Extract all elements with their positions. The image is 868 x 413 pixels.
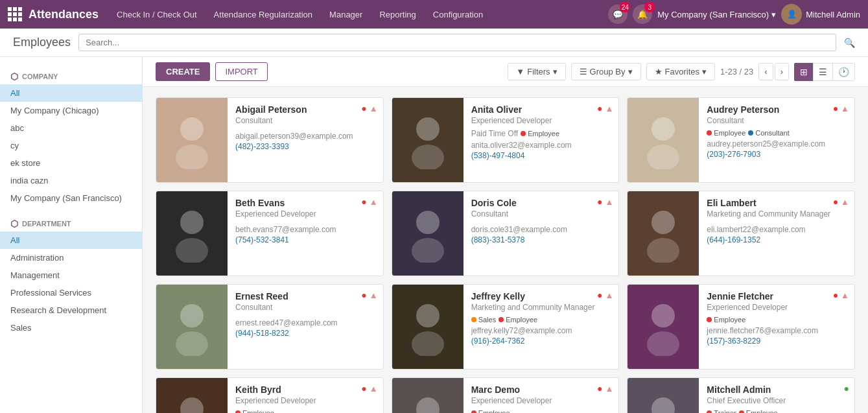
employee-card[interactable]: ● ▲Eli LambertMarketing and Community Ma… [627,191,855,276]
filters-chevron: ▾ [553,67,557,77]
sidebar-item-management[interactable]: Management [0,266,142,284]
company-selector[interactable]: My Company (San Francisco) ▾ [657,10,776,19]
nav-attendance-reg[interactable]: Attendance Regularization [206,3,321,26]
tag-extra: Paid Time Off [471,129,518,138]
create-button[interactable]: CREATE [156,62,210,81]
svg-point-1 [176,145,208,169]
phone-link[interactable]: (754)-532-3841 [235,235,289,244]
card-alerts: ● ▲ [597,290,613,300]
employee-name: Doris Cole [471,198,611,208]
sidebar-item-cy[interactable]: cy [0,137,142,154]
filters-button[interactable]: ▼ Filters ▾ [508,63,565,80]
search-input[interactable] [78,34,836,51]
sidebar-item-administration[interactable]: Administration [0,249,142,266]
employee-role: Experienced Developer [471,396,611,405]
user-avatar: 👤 [781,4,802,25]
sidebar-item-san-francisco[interactable]: My Company (San Francisco) [0,189,142,207]
employee-tags: Paid Time OffEmployee [471,129,611,138]
employee-info: ● ▲Eli LambertMarketing and Community Ma… [699,191,854,276]
sidebar-item-research-development[interactable]: Research & Development [0,301,142,319]
employee-phone[interactable]: (538)-497-4804 [471,151,611,160]
phone-link[interactable]: (203)-276-7903 [707,150,760,159]
sidebar-item-company-all[interactable]: All [0,84,142,102]
import-button[interactable]: IMPORT [215,62,267,81]
nav-check-in-out[interactable]: Check In / Check Out [109,3,205,26]
employee-card[interactable]: ● ▲Anita OliverExperienced DeveloperPaid… [392,97,620,183]
alert-red-icon: ● [361,196,366,207]
sidebar-item-india-cazn[interactable]: india cazn [0,172,142,189]
employee-photo [392,285,463,369]
nav-reporting[interactable]: Reporting [371,3,423,26]
nav-links: Check In / Check Out Attendance Regulari… [109,3,605,26]
employee-card[interactable]: ● ▲Doris ColeConsultantdoris.cole31@exam… [392,191,620,276]
favorites-button[interactable]: ★ Favorites ▾ [646,63,715,80]
employee-card[interactable]: ● ▲Beth EvansExperienced Developerbeth.e… [156,191,384,276]
employee-phone[interactable]: (883)-331-5378 [471,235,611,244]
messages-badge[interactable]: 💬 24 [608,5,628,24]
employee-name: Ernest Reed [235,291,375,301]
pagination-info: 1-23 / 23 [720,67,753,77]
search-icon: 🔍 [844,38,855,48]
employee-phone[interactable]: (157)-363-8229 [707,336,847,346]
employee-card[interactable]: ● ▲Jeffrey KellyMarketing and Community … [392,284,620,370]
employee-tag: Trainer [707,409,736,413]
sidebar-item-chicago[interactable]: My Company (Chicago) [0,102,142,119]
sidebar: ⬡ COMPANY All My Company (Chicago) abc c… [0,57,143,413]
employee-card[interactable]: ● ▲Audrey PetersonConsultantEmployeeCons… [627,97,855,183]
employee-photo [628,378,699,413]
activity-view-button[interactable]: 🕐 [832,63,855,81]
employee-phone[interactable]: (482)-233-3393 [235,142,375,151]
sidebar-item-ek-store[interactable]: ek store [0,154,142,172]
employee-card[interactable]: ● ▲Marc DemoExperienced DeveloperEmploye… [392,377,620,413]
employee-name: Abigail Peterson [235,104,375,115]
employee-card[interactable]: ● ▲Keith ByrdExperienced DeveloperEmploy… [156,377,384,413]
employee-role: Experienced Developer [235,396,375,405]
nav-manager[interactable]: Manager [322,3,370,26]
employee-name: Beth Evans [235,198,375,208]
nav-configuration[interactable]: Configuration [425,3,491,26]
alert-triangle-icon: ▲ [841,104,849,113]
app-logo[interactable]: Attendances [8,7,99,21]
next-page-button[interactable]: › [775,63,789,80]
phone-link[interactable]: (944)-518-8232 [235,329,289,338]
sidebar-item-sales[interactable]: Sales [0,319,142,336]
employee-card[interactable]: ● ▲Ernest ReedConsultanternest.reed47@ex… [156,284,384,370]
employee-card[interactable]: ● ▲Abigail PetersonConsultantabigail.pet… [156,97,384,183]
phone-link[interactable]: (482)-233-3393 [235,142,289,151]
alert-red-icon: ● [361,103,366,113]
notifications-badge[interactable]: 🔔 3 [633,5,652,24]
svg-point-5 [647,145,679,169]
alert-triangle-icon: ▲ [841,197,849,207]
phone-link[interactable]: (644)-169-1352 [707,235,760,244]
phone-link[interactable]: (538)-497-4804 [471,151,525,160]
employee-tag: Employee [521,129,559,138]
employee-phone[interactable]: (916)-264-7362 [471,336,611,346]
employees-grid: ● ▲Abigail PetersonConsultantabigail.pet… [156,97,855,413]
sidebar-item-professional-services[interactable]: Professional Services [0,284,142,301]
tag-dot-icon [748,130,753,136]
user-menu[interactable]: 👤 Mitchell Admin [781,4,860,25]
employee-phone[interactable]: (754)-532-3841 [235,235,375,244]
employee-phone[interactable]: (644)-169-1352 [707,235,847,244]
svg-point-2 [416,117,440,141]
employee-info: ● ▲Marc DemoExperienced DeveloperEmploye… [463,378,619,413]
employee-phone[interactable]: (203)-276-7903 [707,150,847,159]
kanban-view-button[interactable]: ⊞ [794,63,813,81]
sidebar-item-dept-all[interactable]: All [0,231,142,249]
employee-card[interactable]: ● ▲Jennie FletcherExperienced DeveloperE… [627,284,855,370]
alert-red-icon: ● [597,103,602,113]
alert-red-icon: ● [361,290,366,300]
employee-card[interactable]: ●Mitchell AdminChief Executive OfficerTr… [627,377,855,413]
employee-name: Keith Byrd [235,384,375,395]
phone-link[interactable]: (916)-264-7362 [471,336,525,346]
tag-dot-icon [471,317,476,322]
sidebar-item-abc[interactable]: abc [0,119,142,137]
prev-page-button[interactable]: ‹ [758,63,773,80]
phone-link[interactable]: (883)-331-5378 [471,235,525,244]
phone-link[interactable]: (157)-363-8229 [707,336,760,346]
groupby-button[interactable]: ☰ Group By ▾ [571,63,641,80]
employee-phone[interactable]: (944)-518-8232 [235,329,375,338]
tag-dot-icon [471,410,476,413]
list-view-button[interactable]: ☰ [813,63,832,81]
employee-photo [628,191,699,276]
